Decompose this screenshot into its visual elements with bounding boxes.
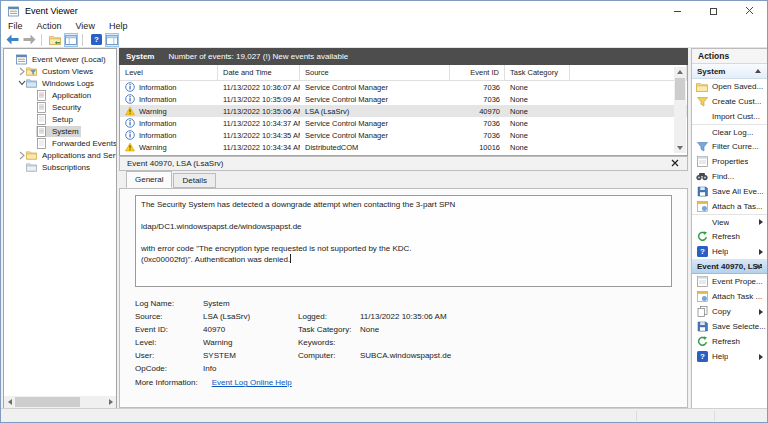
maximize-button[interactable] (695, 1, 731, 21)
back-button[interactable] (5, 33, 20, 47)
event-datetime: 11/13/2022 10:34:37 AM (218, 117, 300, 129)
sidebar-item-event-viewer-local[interactable]: Event Viewer (Local) (4, 53, 116, 65)
show-window-button[interactable] (64, 33, 78, 47)
event-row[interactable]: Warning11/13/2022 10:34:34 AMDistributed… (120, 141, 687, 153)
field-value: Warning (203, 338, 298, 347)
chevron-right-icon[interactable] (17, 67, 26, 76)
tab-general[interactable]: General (126, 171, 172, 188)
column-header-date-and-time[interactable]: Date and Time (218, 65, 300, 80)
sidebar-item-subscriptions[interactable]: Subscriptions (4, 161, 116, 173)
expander-spacer (27, 127, 36, 136)
action-create-cust[interactable]: Create Cust... (692, 94, 767, 109)
action-save-all-eve[interactable]: Save All Eve... (692, 184, 767, 199)
actions-pane: Actions SystemOpen Saved...Create Cust..… (691, 48, 768, 409)
field-label: Log Name: (135, 299, 203, 308)
save-icon (696, 321, 708, 333)
event-row[interactable]: Information11/13/2022 10:34:35 AMService… (120, 129, 687, 141)
action-refresh[interactable]: Refresh (692, 334, 767, 349)
submenu-arrow-icon (759, 249, 763, 255)
scroll-up-button[interactable] (674, 67, 686, 77)
menu-file[interactable]: File (1, 21, 30, 32)
action-import-cust[interactable]: Import Cust... (692, 109, 767, 124)
log-page-plain-icon (36, 138, 47, 149)
column-header-source[interactable]: Source (300, 65, 450, 80)
forward-button[interactable] (22, 33, 37, 47)
status-separator (714, 411, 715, 421)
sidebar-item-security[interactable]: Security (4, 101, 116, 113)
sidebar-item-label: Application (50, 90, 93, 101)
tree-horizontal-scrollbar[interactable] (4, 396, 116, 408)
sidebar-item-custom-views[interactable]: Custom Views (4, 65, 116, 77)
list-scroll-thumb[interactable] (675, 78, 685, 100)
scroll-down-button[interactable] (674, 143, 686, 153)
action-clear-log[interactable]: Clear Log... (692, 124, 767, 139)
event-id: 7036 (450, 117, 505, 129)
action-filter-curre[interactable]: Filter Curre... (692, 139, 767, 154)
event-row[interactable]: Information11/13/2022 10:35:09 AMService… (120, 93, 687, 105)
show-window-icon (65, 35, 77, 45)
column-header-level[interactable]: Level (120, 65, 218, 80)
action-attach-a-tas[interactable]: Attach a Tas... (692, 199, 767, 214)
sidebar-item-applications-and-services-logs[interactable]: Applications and Services Logs (4, 149, 116, 161)
scroll-left-button[interactable] (4, 396, 15, 408)
tree-scroll-track[interactable] (15, 396, 105, 408)
field-label: Event ID: (135, 325, 203, 334)
event-log-online-help-link[interactable]: Event Log Online Help (212, 378, 292, 387)
event-task-category: None (505, 129, 570, 141)
action-help[interactable]: ?Help (692, 244, 767, 259)
actions-section-system[interactable]: System (692, 64, 767, 79)
preview-close-button[interactable] (669, 158, 681, 170)
event-message-box[interactable]: The Security System has detected a downg… (135, 195, 672, 287)
event-level: Information (120, 93, 218, 105)
action-properties[interactable]: Properties (692, 154, 767, 169)
menu-view[interactable]: View (69, 21, 102, 32)
event-datetime: 11/13/2022 10:35:09 AM (218, 93, 300, 105)
menu-help[interactable]: Help (102, 21, 135, 32)
preview-title: Event 40970, LSA (LsaSrv) (127, 159, 224, 168)
tree-scroll-thumb[interactable] (15, 397, 80, 407)
actions-section-event-40970-lsa[interactable]: Event 40970, LSA... (692, 259, 767, 274)
event-level: Warning (120, 105, 218, 117)
more-information-row: More Information:Event Log Online Help (135, 376, 677, 389)
action-help[interactable]: ?Help (692, 349, 767, 364)
sidebar-item-windows-logs[interactable]: Windows Logs (4, 77, 116, 89)
column-header-event-id[interactable]: Event ID (450, 65, 505, 80)
event-row[interactable]: Information11/13/2022 10:34:37 AMService… (120, 117, 687, 129)
section-title: Event 40970, LSA... (697, 262, 762, 271)
preview-tabs: GeneralDetails (119, 171, 688, 188)
action-attach-task[interactable]: Attach Task ... (692, 289, 767, 304)
sidebar-item-application[interactable]: Application (4, 89, 116, 101)
help-button[interactable]: ? (89, 33, 103, 47)
main-panel: System Number of events: 19,027 (!) New … (119, 48, 688, 409)
action-event-prope[interactable]: Event Prope... (692, 274, 767, 289)
submenu-arrow-icon (759, 354, 763, 360)
event-list-scrollbar[interactable] (674, 67, 686, 153)
action-copy[interactable]: Copy (692, 304, 767, 319)
sidebar-item-setup[interactable]: Setup (4, 113, 116, 125)
event-row[interactable]: Information11/13/2022 10:36:07 AMService… (120, 81, 687, 93)
log-name: System (126, 52, 154, 61)
text-caret (290, 254, 291, 263)
menu-action[interactable]: Action (30, 21, 69, 32)
event-row[interactable]: Warning11/13/2022 10:35:06 AMLSA (LsaSrv… (120, 105, 687, 117)
show-action-pane-button[interactable] (105, 33, 119, 47)
event-viewer-window: Event Viewer FileActionViewHelp ? Event … (0, 0, 768, 423)
action-find[interactable]: Find... (692, 169, 767, 184)
column-header-task-category[interactable]: Task Category (505, 65, 570, 80)
action-view[interactable]: View (692, 214, 767, 229)
field-value: Info (203, 364, 298, 373)
show-console-tree-button[interactable] (48, 33, 62, 47)
sidebar-item-system[interactable]: System (4, 125, 116, 137)
chevron-right-icon[interactable] (17, 151, 26, 160)
action-open-saved[interactable]: Open Saved... (692, 79, 767, 94)
chevron-down-icon[interactable] (17, 79, 26, 88)
action-save-selecte[interactable]: Save Selecte... (692, 319, 767, 334)
minimize-button[interactable] (659, 1, 695, 21)
scroll-right-button[interactable] (105, 396, 116, 408)
sidebar-item-forwarded-events[interactable]: Forwarded Events (4, 137, 116, 149)
field-value: SUBCA.windowspapst.de (360, 351, 677, 360)
action-refresh[interactable]: Refresh (692, 229, 767, 244)
tab-details[interactable]: Details (173, 173, 215, 188)
close-button[interactable] (731, 1, 767, 21)
scroll-right-icon (109, 399, 113, 405)
